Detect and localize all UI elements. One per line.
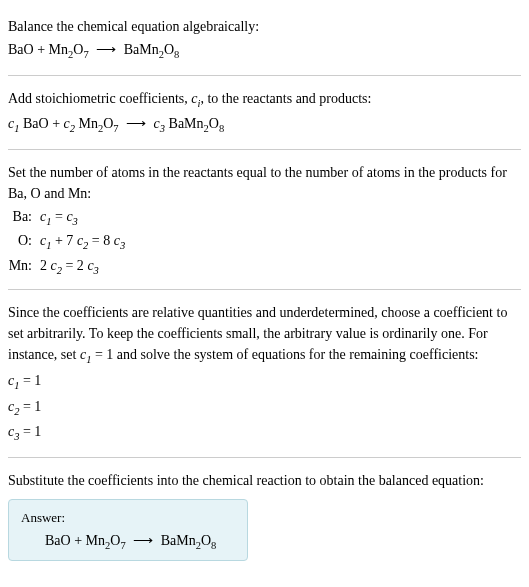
section-atoms: Set the number of atoms in the reactants… (8, 154, 521, 286)
section-final: Substitute the coefficients into the che… (8, 462, 521, 568)
arrow-icon: ⟶ (126, 113, 146, 134)
coeffs-equation: c1 BaO + c2 Mn2O7 ⟶ c3 BaMn2O8 (8, 113, 521, 137)
section-solve: Since the coefficients are relative quan… (8, 294, 521, 452)
arrow-icon: ⟶ (96, 39, 116, 60)
section-coefficients: Add stoichiometric coefficients, ci, to … (8, 80, 521, 145)
coeffs-instruction: Add stoichiometric coefficients, ci, to … (8, 88, 521, 112)
set-var: c1 (80, 347, 91, 362)
element-label: O: (8, 230, 40, 255)
atom-row-ba: Ba: c1 = c3 (8, 206, 521, 231)
divider (8, 149, 521, 150)
divider (8, 75, 521, 76)
reactant-1: BaO (8, 42, 34, 57)
atom-row-o: O: c1 + 7 c2 = 8 c3 (8, 230, 521, 255)
answer-equation: BaO + Mn2O7 ⟶ BaMn2O8 (21, 532, 235, 551)
product-1: BaMn2O8 (165, 116, 224, 131)
result-c1: c1 = 1 (8, 370, 521, 394)
plus-sign: + (74, 533, 82, 548)
c3-var: c3 (154, 116, 165, 131)
c2-var: c2 (64, 116, 75, 131)
c1-var: c1 (8, 116, 19, 131)
plus-sign: + (52, 116, 60, 131)
element-label: Mn: (8, 255, 40, 280)
reactant-1: BaO (45, 533, 71, 548)
divider (8, 457, 521, 458)
answer-box: Answer: BaO + Mn2O7 ⟶ BaMn2O8 (8, 499, 248, 562)
answer-label: Answer: (21, 510, 235, 526)
element-equation: 2 c2 = 2 c3 (40, 255, 521, 280)
element-equation: c1 + 7 c2 = 8 c3 (40, 230, 521, 255)
reactant-2: Mn2O7 (75, 116, 119, 131)
final-instruction: Substitute the coefficients into the che… (8, 470, 521, 491)
result-c2: c2 = 1 (8, 396, 521, 420)
intro-equation: BaO + Mn2O7 ⟶ BaMn2O8 (8, 39, 521, 63)
atom-row-mn: Mn: 2 c2 = 2 c3 (8, 255, 521, 280)
solve-instruction: Since the coefficients are relative quan… (8, 302, 521, 368)
product-1: BaMn2O8 (161, 533, 217, 548)
product-1: BaMn2O8 (124, 42, 180, 57)
result-c3: c3 = 1 (8, 421, 521, 445)
plus-sign: + (37, 42, 45, 57)
atoms-instruction: Set the number of atoms in the reactants… (8, 162, 521, 204)
reactant-2: Mn2O7 (49, 42, 89, 57)
reactant-2: Mn2O7 (86, 533, 126, 548)
intro-instruction: Balance the chemical equation algebraica… (8, 16, 521, 37)
divider (8, 289, 521, 290)
section-intro: Balance the chemical equation algebraica… (8, 8, 521, 71)
element-equation: c1 = c3 (40, 206, 521, 231)
arrow-icon: ⟶ (133, 532, 153, 549)
element-label: Ba: (8, 206, 40, 231)
